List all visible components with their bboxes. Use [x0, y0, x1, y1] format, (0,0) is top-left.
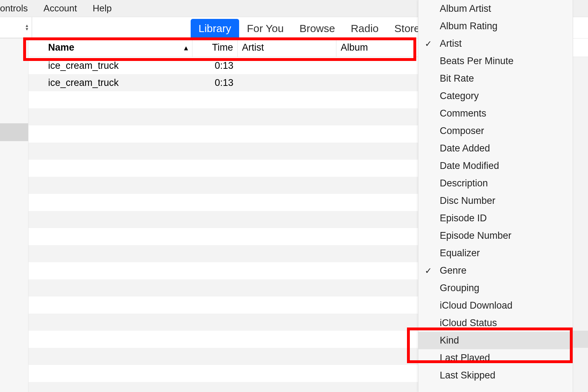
menu-item-disc-number[interactable]: Disc Number [418, 192, 573, 210]
menu-item-beats-per-minute[interactable]: Beats Per Minute [418, 52, 573, 70]
menu-item-help[interactable]: Help [85, 3, 119, 14]
menu-item-controls[interactable]: ontrols [0, 3, 36, 14]
column-header-time[interactable]: Time [192, 38, 238, 57]
menu-item-label: iCloud Status [440, 318, 497, 329]
nav-tabs: Library For You Browse Radio Store [191, 17, 428, 38]
track-time: 0:13 [192, 77, 238, 88]
column-header-name-label: Name [48, 42, 74, 53]
menu-item-episode-number[interactable]: Episode Number [418, 227, 573, 244]
menu-item-category[interactable]: Category [418, 87, 573, 105]
sort-ascending-icon: ▴ [184, 43, 188, 52]
menu-item-grouping[interactable]: Grouping [418, 279, 573, 297]
menu-item-icloud-status[interactable]: iCloud Status [418, 314, 573, 332]
menu-item-account[interactable]: Account [36, 3, 85, 14]
menu-item-label: Episode ID [440, 213, 487, 224]
menu-item-label: Date Added [440, 143, 490, 154]
menu-item-date-added[interactable]: Date Added [418, 140, 573, 157]
check-icon: ✓ [425, 39, 432, 49]
menu-item-description[interactable]: Description [418, 175, 573, 192]
track-name: ice_cream_truck [29, 60, 192, 71]
sidebar-selected-item[interactable] [0, 123, 28, 141]
menu-item-comments[interactable]: Comments [418, 105, 573, 122]
menu-item-label: Comments [440, 108, 486, 119]
menu-item-label: Category [440, 91, 479, 102]
track-name: ice_cream_truck [29, 77, 192, 88]
menu-item-label: Bit Rate [440, 73, 474, 84]
menu-item-label: Album Rating [440, 21, 497, 32]
menu-item-label: Kind [440, 335, 459, 346]
column-header-name[interactable]: Name ▴ [29, 38, 192, 57]
menu-item-label: Beats Per Minute [440, 56, 514, 67]
menu-item-date-modified[interactable]: Date Modified [418, 157, 573, 175]
menu-item-equalizer[interactable]: Equalizer [418, 244, 573, 262]
menu-item-artist[interactable]: ✓Artist [418, 35, 573, 52]
menu-item-label: Last Skipped [440, 370, 495, 381]
menu-item-label: Artist [440, 38, 462, 49]
menu-item-icloud-download[interactable]: iCloud Download [418, 297, 573, 314]
menu-item-label: Disc Number [440, 195, 495, 206]
menu-item-label: Composer [440, 125, 484, 136]
right-stripe-area [573, 38, 588, 392]
tab-radio[interactable]: Radio [343, 20, 386, 38]
media-kind-dropdown[interactable]: ▴ ▾ [0, 17, 32, 38]
sidebar [0, 38, 29, 392]
menu-item-last-played[interactable]: Last Played [418, 349, 573, 367]
stepper-icon: ▴ ▾ [26, 24, 28, 31]
menu-item-label: iCloud Download [440, 300, 512, 311]
menu-item-label: Equalizer [440, 248, 480, 259]
tab-browse[interactable]: Browse [292, 20, 343, 38]
tab-library[interactable]: Library [191, 19, 239, 38]
menu-item-label: Episode Number [440, 230, 511, 241]
menu-item-album-artist[interactable]: Album Artist [418, 0, 573, 17]
menu-item-label: Grouping [440, 283, 479, 294]
menu-item-album-rating[interactable]: Album Rating [418, 17, 573, 35]
menu-item-label: Description [440, 178, 488, 189]
column-header-artist[interactable]: Artist [238, 38, 336, 57]
chevron-down-icon: ▾ [26, 27, 28, 31]
menu-item-composer[interactable]: Composer [418, 122, 573, 140]
menu-item-label: Date Modified [440, 160, 499, 171]
track-time: 0:13 [192, 60, 238, 71]
menu-item-bit-rate[interactable]: Bit Rate [418, 70, 573, 87]
menu-item-last-skipped[interactable]: Last Skipped [418, 367, 573, 384]
column-options-menu: Album ArtistAlbum Rating✓ArtistBeats Per… [418, 0, 573, 392]
menu-item-label: Last Played [440, 352, 490, 363]
menu-item-kind[interactable]: Kind [418, 332, 573, 349]
check-icon: ✓ [425, 266, 432, 276]
menu-item-episode-id[interactable]: Episode ID [418, 210, 573, 227]
menu-item-genre[interactable]: ✓Genre [418, 262, 573, 279]
menu-item-label: Genre [440, 265, 466, 276]
menu-item-label: Album Artist [440, 3, 491, 14]
tab-for-you[interactable]: For You [239, 20, 292, 38]
